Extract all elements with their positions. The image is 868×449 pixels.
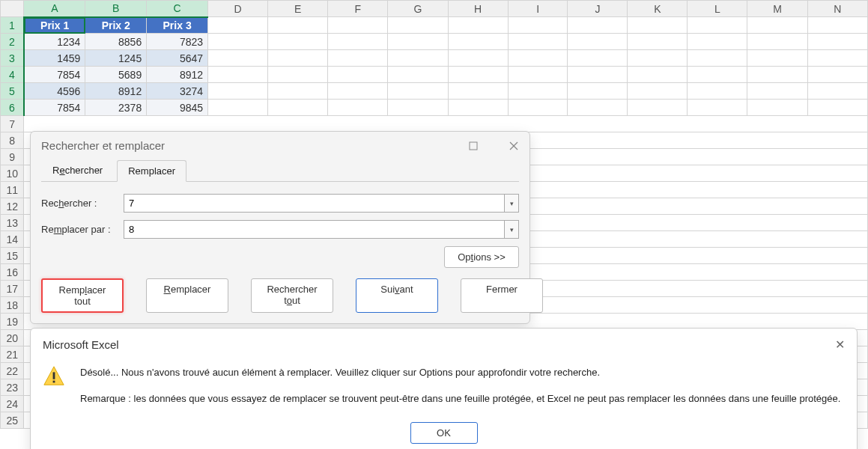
cell[interactable] [807,17,867,34]
cell[interactable] [448,100,508,116]
close-icon[interactable] [509,141,519,151]
cell[interactable] [807,67,867,83]
row-header-5[interactable]: 5 [1,83,24,100]
row-header-7[interactable]: 7 [1,116,24,132]
col-header-H[interactable]: H [448,1,508,17]
cell-C3[interactable]: 5647 [147,50,208,67]
find-all-button[interactable]: Rechercher tout [251,278,333,313]
cell-C2[interactable]: 7823 [147,34,208,50]
row-header-1[interactable]: 1 [1,17,24,34]
cell[interactable] [448,34,508,50]
replace-all-button[interactable]: Remplacer tout [41,278,124,313]
cell[interactable] [628,17,688,34]
cell-C4[interactable]: 8912 [147,67,208,83]
cell[interactable] [388,83,448,100]
cell[interactable] [508,100,568,116]
row-header-3[interactable]: 3 [1,50,24,67]
cell[interactable] [328,83,388,100]
cell[interactable] [568,17,628,34]
row-header-11[interactable]: 11 [1,182,24,198]
message-close-icon[interactable]: ✕ [835,337,845,352]
col-header-C[interactable]: C [147,1,208,17]
col-header-G[interactable]: G [388,1,448,17]
cell[interactable] [747,50,807,67]
cell[interactable] [268,34,328,50]
cell[interactable] [268,50,328,67]
cell-A1[interactable]: Prix 1 [24,17,85,34]
cell[interactable] [628,100,688,116]
cell[interactable] [388,100,448,116]
find-input[interactable] [124,194,504,213]
cell[interactable] [688,100,747,116]
row-header-17[interactable]: 17 [1,281,24,297]
row-header-6[interactable]: 6 [1,100,24,116]
cell[interactable] [628,34,688,50]
ok-button[interactable]: OK [410,422,478,444]
cell[interactable] [448,83,508,100]
cell[interactable] [688,34,747,50]
cell[interactable] [568,83,628,100]
col-header-F[interactable]: F [328,1,388,17]
cell[interactable] [208,83,268,100]
row-header-23[interactable]: 23 [1,379,24,396]
replace-dropdown-icon[interactable]: ▾ [504,220,519,239]
cell-C6[interactable]: 9845 [147,100,208,116]
cell-C1[interactable]: Prix 3 [147,17,208,34]
col-header-E[interactable]: E [268,1,328,17]
col-header-K[interactable]: K [628,1,688,17]
cell-C5[interactable]: 3274 [147,83,208,100]
cell[interactable] [328,50,388,67]
cell[interactable] [388,67,448,83]
cell[interactable] [448,17,508,34]
row-header-20[interactable]: 20 [1,330,24,346]
cell[interactable] [328,67,388,83]
cell[interactable] [208,17,268,34]
cell[interactable] [807,34,867,50]
row-header-18[interactable]: 18 [1,297,24,314]
row-header-10[interactable]: 10 [1,165,24,182]
cell[interactable] [568,67,628,83]
row-header-2[interactable]: 2 [1,34,24,50]
row-header-8[interactable]: 8 [1,132,24,149]
replace-button[interactable]: Remplacer [146,278,228,313]
cell[interactable] [208,50,268,67]
cell-B3[interactable]: 1245 [85,50,147,67]
cell[interactable] [747,17,807,34]
cell[interactable] [747,100,807,116]
cell[interactable] [328,34,388,50]
cell[interactable] [508,67,568,83]
row-header-16[interactable]: 16 [1,264,24,281]
col-header-J[interactable]: J [568,1,628,17]
cell-B5[interactable]: 8912 [85,83,147,100]
cell[interactable] [208,34,268,50]
cell[interactable] [628,83,688,100]
cell[interactable] [508,83,568,100]
replace-input[interactable] [124,220,504,239]
cell[interactable] [208,67,268,83]
cell[interactable] [747,67,807,83]
cell[interactable] [807,100,867,116]
cell[interactable] [268,67,328,83]
cell[interactable] [448,50,508,67]
col-header-M[interactable]: M [747,1,807,17]
close-button[interactable]: Fermer [461,278,543,313]
cell[interactable] [508,34,568,50]
cell[interactable] [628,50,688,67]
row-header-25[interactable]: 25 [1,412,24,429]
cell-B4[interactable]: 5689 [85,67,147,83]
col-header-I[interactable]: I [508,1,568,17]
cell[interactable] [328,100,388,116]
col-header-D[interactable]: D [208,1,268,17]
find-dropdown-icon[interactable]: ▾ [504,194,519,213]
cell[interactable] [268,17,328,34]
find-next-button[interactable]: Suivant [356,278,438,313]
corner-cell[interactable] [1,1,24,17]
cell[interactable] [807,50,867,67]
row-header-15[interactable]: 15 [1,248,24,264]
row-header-9[interactable]: 9 [1,149,24,165]
cell[interactable] [508,50,568,67]
cell[interactable] [688,67,747,83]
cell[interactable] [688,83,747,100]
row-header-19[interactable]: 19 [1,314,24,330]
cell[interactable] [388,17,448,34]
